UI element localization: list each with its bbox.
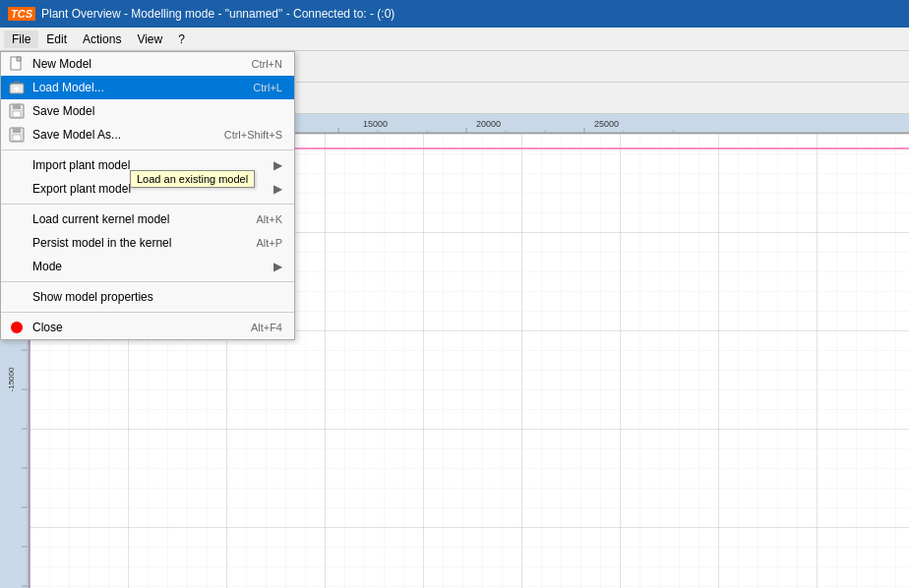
svg-rect-2: [16, 88, 18, 91]
load-model-icon: [7, 80, 27, 95]
svg-rect-5: [13, 111, 21, 117]
menu-save-model[interactable]: Save Model: [1, 99, 294, 123]
sep2: [1, 204, 294, 205]
svg-text:25000: 25000: [594, 119, 619, 129]
menu-load-kernel[interactable]: Load current kernel model Alt+K: [1, 207, 294, 231]
menu-edit[interactable]: Edit: [38, 30, 75, 48]
save-model-as-shortcut: Ctrl+Shift+S: [205, 129, 282, 141]
svg-rect-4: [13, 104, 21, 109]
menu-bar: File Edit Actions View ? New Model Ctrl+…: [0, 28, 909, 51]
menu-file[interactable]: File: [4, 30, 38, 48]
sep1: [1, 149, 294, 150]
svg-text:20000: 20000: [476, 119, 501, 129]
save-model-label: Save Model: [32, 104, 94, 118]
save-model-icon: [7, 103, 27, 119]
new-model-icon: [7, 56, 27, 72]
page: TCS Plant Overview - Modelling mode - "u…: [0, 0, 909, 588]
mode-arrow-icon: ▶: [273, 260, 282, 273]
export-plant-label: Export plant model: [32, 182, 131, 196]
persist-kernel-label: Persist model in the kernel: [32, 236, 171, 250]
file-dropdown: New Model Ctrl+N Load Model... Ctrl+L Lo…: [0, 51, 295, 340]
save-model-as-label: Save Model As...: [32, 128, 121, 142]
menu-help[interactable]: ?: [170, 30, 193, 48]
menu-close[interactable]: Close Alt+F4: [1, 316, 294, 339]
sep4: [1, 312, 294, 313]
menu-load-model[interactable]: Load Model... Ctrl+L: [1, 76, 294, 99]
menu-show-props[interactable]: Show model properties: [1, 285, 294, 309]
menu-new-model[interactable]: New Model Ctrl+N: [1, 52, 294, 76]
menu-persist-kernel[interactable]: Persist model in the kernel Alt+P: [1, 231, 294, 255]
menu-actions[interactable]: Actions: [75, 30, 129, 48]
import-arrow-icon: ▶: [273, 158, 282, 172]
svg-rect-8: [13, 135, 21, 141]
menu-view[interactable]: View: [129, 30, 170, 48]
load-kernel-label: Load current kernel model: [32, 212, 169, 226]
svg-text:15000: 15000: [363, 119, 388, 129]
load-kernel-shortcut: Alt+K: [236, 213, 282, 225]
close-icon: [7, 322, 27, 333]
load-model-shortcut: Ctrl+L: [233, 82, 282, 93]
app-icon: TCS: [8, 7, 35, 21]
close-shortcut: Alt+F4: [231, 322, 282, 333]
new-model-shortcut: Ctrl+N: [232, 58, 282, 70]
menu-mode[interactable]: Mode ▶: [1, 255, 294, 278]
title-text: Plant Overview - Modelling mode - "unnam…: [41, 7, 394, 21]
menu-save-model-as[interactable]: Save Model As... Ctrl+Shift+S: [1, 123, 294, 147]
export-arrow-icon: ▶: [273, 182, 282, 196]
show-props-label: Show model properties: [32, 290, 153, 304]
svg-rect-7: [13, 128, 21, 133]
close-label: Close: [32, 321, 63, 334]
svg-text:-15000: -15000: [7, 367, 16, 391]
load-model-label: Load Model...: [32, 81, 104, 94]
import-plant-label: Import plant model: [32, 158, 130, 172]
mode-label: Mode: [32, 260, 62, 273]
new-model-label: New Model: [32, 57, 91, 71]
load-model-tooltip: Load an existing model: [130, 170, 255, 188]
persist-kernel-shortcut: Alt+P: [236, 237, 282, 249]
save-model-as-icon: [7, 127, 27, 143]
sep3: [1, 281, 294, 282]
title-bar: TCS Plant Overview - Modelling mode - "u…: [0, 0, 909, 28]
